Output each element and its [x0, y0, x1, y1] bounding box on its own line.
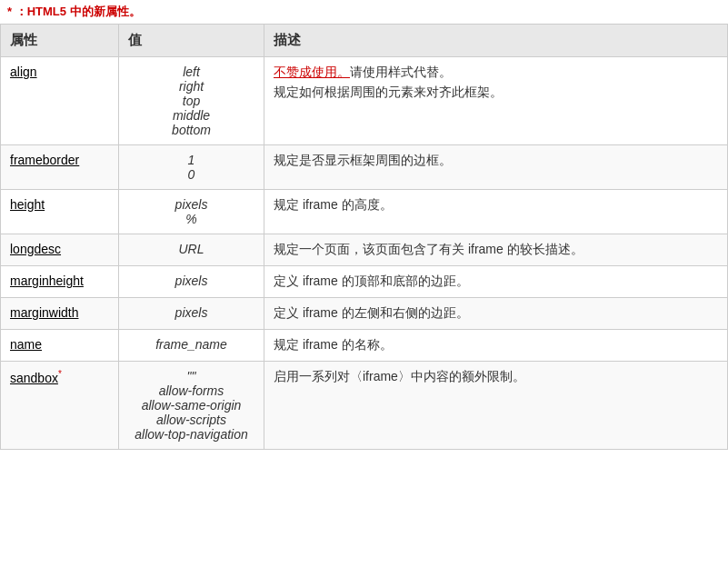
attributes-table: 属性 值 描述 alignleftrighttopmiddlebottom不赞成… — [0, 24, 728, 450]
header-attr: 属性 — [1, 25, 119, 57]
attr-cell: height — [1, 190, 119, 234]
attr-link[interactable]: align — [10, 65, 37, 79]
desc-main: 启用一系列对〈iframe〉中内容的额外限制。 — [274, 369, 525, 383]
table-row: heightpixels%规定 iframe 的高度。 — [1, 190, 728, 234]
val-item: left — [183, 65, 200, 79]
attr-link[interactable]: marginwidth — [10, 305, 78, 320]
val-item: % — [185, 212, 196, 226]
asterisk-label: * — [7, 5, 12, 18]
val-cell: pixels% — [119, 190, 264, 234]
table-row: sandbox*""allow-formsallow-same-original… — [1, 362, 728, 450]
table-row: marginwidthpixels定义 iframe 的左侧和右侧的边距。 — [1, 298, 728, 330]
desc-main: 定义 iframe 的左侧和右侧的边距。 — [274, 305, 469, 320]
desc-cell: 规定是否显示框架周围的边框。 — [264, 145, 728, 190]
desc-extra: 规定如何根据周围的元素来对齐此框架。 — [274, 85, 718, 101]
desc-cell: 定义 iframe 的顶部和底部的边距。 — [264, 266, 728, 298]
table-row: frameborder10规定是否显示框架周围的边框。 — [1, 145, 728, 190]
header-desc: 描述 — [264, 25, 728, 57]
deprecated-label: 不赞成使用。 — [274, 65, 350, 79]
attr-link[interactable]: longdesc — [10, 242, 61, 256]
desc-main: 规定 iframe 的名称。 — [274, 337, 393, 352]
val-item: pixels — [175, 274, 208, 288]
attr-link[interactable]: height — [10, 197, 45, 212]
val-cell: pixels — [119, 298, 264, 330]
desc-cell: 定义 iframe 的左侧和右侧的边距。 — [264, 298, 728, 330]
val-item: top — [183, 94, 200, 108]
val-item: pixels — [175, 197, 208, 212]
desc-main: 规定 iframe 的高度。 — [274, 197, 393, 212]
val-cell: pixels — [119, 266, 264, 298]
val-item: 1 — [188, 153, 195, 167]
val-cell: frame_name — [119, 330, 264, 362]
desc-main: 规定一个页面，该页面包含了有关 iframe 的较长描述。 — [274, 242, 583, 256]
val-item: allow-forms — [159, 383, 224, 398]
attr-link[interactable]: frameborder — [10, 153, 79, 167]
table-header-row: 属性 值 描述 — [1, 25, 728, 57]
val-item: URL — [178, 242, 204, 256]
attr-cell: longdesc — [1, 234, 119, 266]
note-bar: * ：HTML5 中的新属性。 — [0, 0, 728, 24]
val-item: bottom — [172, 123, 211, 137]
desc-main: 规定是否显示框架周围的边框。 — [274, 153, 452, 167]
desc-cell: 规定 iframe 的高度。 — [264, 190, 728, 234]
val-cell: leftrighttopmiddlebottom — [119, 57, 264, 145]
table-row: nameframe_name规定 iframe 的名称。 — [1, 330, 728, 362]
val-item: middle — [173, 108, 210, 123]
val-cell: 10 — [119, 145, 264, 190]
desc-main: 定义 iframe 的顶部和底部的边距。 — [274, 274, 469, 288]
desc-cell: 启用一系列对〈iframe〉中内容的额外限制。 — [264, 362, 728, 450]
val-cell: ""allow-formsallow-same-originallow-scri… — [119, 362, 264, 450]
attr-cell: frameborder — [1, 145, 119, 190]
val-item: allow-same-origin — [142, 398, 242, 413]
val-item: "" — [187, 369, 196, 383]
desc-main: 请使用样式代替。 — [350, 65, 452, 79]
attr-link[interactable]: name — [10, 337, 42, 352]
table-row: marginheightpixels定义 iframe 的顶部和底部的边距。 — [1, 266, 728, 298]
attr-cell: sandbox* — [1, 362, 119, 450]
val-item: pixels — [175, 305, 208, 320]
attr-link[interactable]: sandbox — [10, 371, 58, 385]
attr-link[interactable]: marginheight — [10, 274, 84, 288]
note-text: ：HTML5 中的新属性。 — [15, 5, 141, 18]
attr-cell: name — [1, 330, 119, 362]
val-item: allow-top-navigation — [135, 427, 248, 442]
table-row: longdescURL规定一个页面，该页面包含了有关 iframe 的较长描述。 — [1, 234, 728, 266]
desc-cell: 规定 iframe 的名称。 — [264, 330, 728, 362]
attr-cell: marginheight — [1, 266, 119, 298]
table-row: alignleftrighttopmiddlebottom不赞成使用。请使用样式… — [1, 57, 728, 145]
desc-cell: 规定一个页面，该页面包含了有关 iframe 的较长描述。 — [264, 234, 728, 266]
val-item: frame_name — [155, 337, 227, 352]
attr-sup: * — [58, 369, 62, 379]
val-item: right — [179, 79, 204, 94]
val-item: 0 — [188, 167, 195, 182]
val-cell: URL — [119, 234, 264, 266]
header-val: 值 — [119, 25, 264, 57]
desc-cell: 不赞成使用。请使用样式代替。规定如何根据周围的元素来对齐此框架。 — [264, 57, 728, 145]
attr-cell: align — [1, 57, 119, 145]
attr-cell: marginwidth — [1, 298, 119, 330]
val-item: allow-scripts — [156, 413, 226, 427]
